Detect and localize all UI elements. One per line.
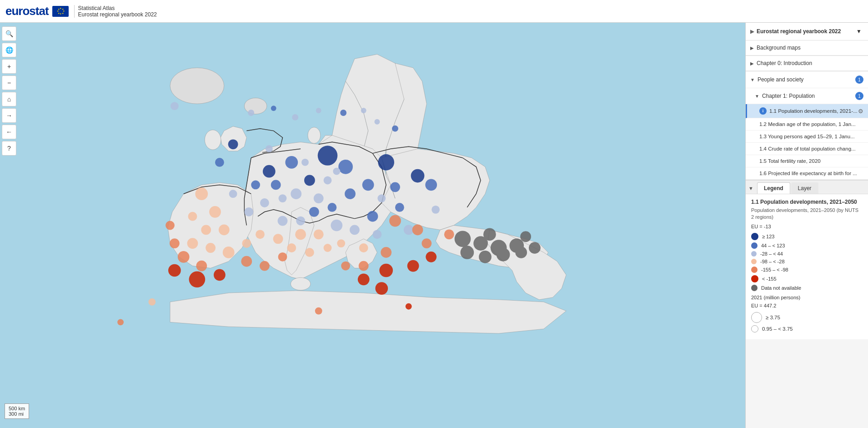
back-button[interactable]: ← [2,125,16,139]
legend-eu-size-value: EU = 447.2 [751,303,863,308]
map-item-1-2[interactable]: 1.2 Median age of the population, 1 Jan.… [746,118,868,131]
svg-point-11 [244,98,267,114]
people-arrow-icon: ▼ [750,77,755,82]
svg-point-45 [431,206,440,214]
legend-eu-value: EU = -13 [751,224,863,229]
eurostat-logo: eurostat [5,4,49,18]
map-1-1-info-icon: i [759,107,767,115]
svg-point-36 [331,220,342,232]
svg-point-100 [515,247,527,258]
map-item-1-3[interactable]: 1.3 Young persons aged 15–29, 1 Janu... [746,131,868,143]
ch0-arrow-icon: ▶ [750,61,754,66]
zoom-out-button[interactable]: − [2,76,16,90]
tab-legend[interactable]: Legend [757,182,790,194]
scale-bar: 500 km 300 mi [5,403,29,419]
map-item-1-6[interactable]: 1.6 Projected life expectancy at birth f… [746,167,868,180]
svg-point-49 [279,194,287,202]
map-1-1-gear-icon[interactable]: ⚙ [858,108,863,115]
svg-point-32 [367,211,378,222]
legend-size-label-2: 0.95 – < 3.75 [762,326,793,332]
svg-point-38 [296,217,305,226]
search-button[interactable]: 🔍 [2,26,16,41]
chapter-1-header[interactable]: ▼ Chapter 1: Population 1 [746,88,868,104]
svg-point-112 [148,298,156,306]
svg-point-19 [263,165,276,178]
svg-point-16 [378,154,394,171]
svg-point-53 [209,206,221,218]
header: eurostat ★ ★ ★ ★ ★ ★ ★ ★ Statistical Atl… [0,0,868,23]
map-1-6-label: 1.6 Projected life expectancy at birth f… [759,171,857,176]
background-maps-header[interactable]: ▶ Background maps [746,40,868,55]
europe-map-svg[interactable] [0,23,745,428]
svg-point-111 [171,102,179,110]
home-button[interactable]: ⌂ [2,92,16,106]
svg-point-15 [318,146,338,166]
svg-point-43 [373,230,382,239]
svg-point-24 [285,156,298,169]
svg-point-10 [170,68,224,104]
tab-layer[interactable]: Layer [791,182,818,194]
svg-point-77 [389,215,401,227]
map-1-3-label: 1.3 Young persons aged 15–29, 1 Janu... [759,134,855,139]
svg-point-96 [483,228,496,241]
people-society-header[interactable]: ▼ People and society 1 [746,71,868,88]
svg-point-108 [361,108,366,113]
scale-label-mi: 300 mi [9,411,25,417]
map-item-1-4[interactable]: 1.4 Crude rate of total population chang… [746,143,868,155]
svg-point-101 [529,242,541,254]
svg-point-18 [304,175,315,186]
svg-point-35 [314,193,324,203]
svg-point-47 [324,176,332,185]
svg-point-81 [381,247,391,258]
legend-color-circle-4 [751,259,757,264]
yearbook-arrow-icon: ▶ [750,29,754,35]
svg-point-73 [166,221,175,230]
legend-label-7: Data not available [761,285,801,291]
globe-button[interactable]: 🌐 [2,43,16,57]
svg-point-90 [358,273,370,285]
svg-point-104 [271,106,276,111]
legend-size-circle-1 [751,312,762,323]
svg-point-40 [260,198,269,207]
svg-point-66 [305,248,314,257]
svg-point-60 [242,239,251,248]
svg-point-25 [271,180,281,190]
svg-point-86 [214,269,226,281]
legend-item-6: < -155 [751,275,863,282]
svg-point-103 [248,110,254,116]
svg-point-65 [287,243,296,252]
map-item-1-5[interactable]: 1.5 Total fertility rate, 2020 [746,155,868,167]
logo-area: eurostat ★ ★ ★ ★ ★ ★ ★ ★ [5,4,69,18]
chapter-0-header[interactable]: ▶ Chapter 0: Introduction [746,56,868,71]
help-button[interactable]: ? [2,141,16,156]
svg-point-67 [324,244,332,252]
svg-point-102 [520,231,531,242]
eu-flag-icon: ★ ★ ★ ★ ★ ★ ★ ★ [52,6,69,17]
map-1-4-label: 1.4 Crude rate of total population chang… [759,146,856,151]
legend-size-item-1: ≥ 3.75 [751,312,863,323]
map-area[interactable]: 🔍 🌐 + − ⌂ → ← ? [0,23,745,428]
svg-point-26 [251,181,260,190]
yearbook-dropdown-icon[interactable]: ▼ [854,26,863,36]
svg-point-22 [362,179,374,191]
svg-point-41 [244,207,253,217]
svg-point-87 [379,264,393,277]
forward-button[interactable]: → [2,108,16,123]
svg-point-12 [291,277,311,290]
svg-point-107 [340,110,346,116]
svg-point-75 [260,261,270,271]
legend-size-circle-2 [751,325,758,332]
yearbook-header[interactable]: ▶ Eurostat regional yearbook 2022 ▼ [746,23,868,40]
map-item-1-1[interactable]: i 1.1 Population developments, 2021-... … [746,104,868,118]
svg-point-34 [291,188,301,199]
svg-point-50 [333,168,340,175]
svg-point-39 [278,216,288,226]
zoom-in-button[interactable]: + [2,59,16,74]
map-1-1-label: 1.1 Population developments, 2021-... [769,108,858,114]
legend-panel-collapse-icon[interactable]: ▼ [748,186,753,191]
svg-point-55 [201,225,211,235]
svg-point-52 [195,187,208,200]
svg-point-85 [168,264,181,277]
svg-point-54 [219,225,230,236]
legend-size-label-1: ≥ 3.75 [766,315,780,320]
